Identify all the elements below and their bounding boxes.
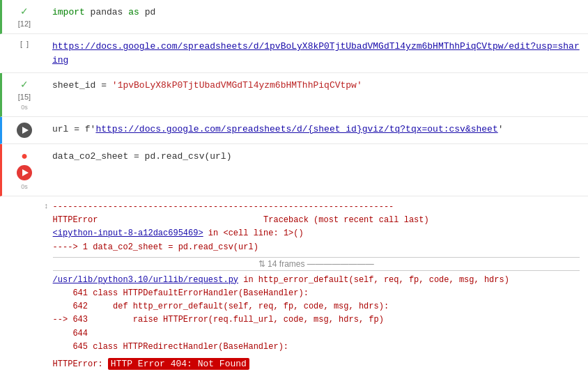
cell-15-label: [15] bbox=[18, 93, 31, 101]
cell-read-csv-gutter: ● 0s bbox=[2, 144, 44, 196]
cell-url-label: [ ] bbox=[20, 40, 29, 48]
file-traceback: /usr/lib/python3.10/urllib/request.py in… bbox=[53, 274, 580, 354]
run-triangle-icon bbox=[22, 127, 29, 134]
output-expand-row: ↕ --------------------------------------… bbox=[44, 201, 580, 374]
error-content: ----------------------------------------… bbox=[53, 201, 580, 374]
cell-read-csv-time: 0s bbox=[21, 183, 28, 190]
cell-15-time: 0s bbox=[21, 104, 28, 111]
dash-line: ----------------------------------------… bbox=[53, 202, 394, 212]
cell-url-gutter: [ ] bbox=[2, 34, 44, 54]
cell-12-content: import pandas as pd bbox=[44, 0, 588, 25]
line-644: 644 bbox=[53, 329, 93, 338]
line-645: 645 class HTTPRedirectHandler(BaseHandle… bbox=[53, 342, 288, 352]
check-icon: ✓ bbox=[20, 6, 29, 17]
cell-furl-code: url = f'https://docs.google.com/spreadsh… bbox=[52, 123, 580, 137]
line-642: 642 def http_error_default(self, req, fp… bbox=[53, 302, 389, 311]
run-triangle-icon-2 bbox=[22, 169, 29, 176]
cell-url-code: https://docs.google.com/spreadsheets/d/1… bbox=[52, 40, 580, 67]
error-dashes: ----------------------------------------… bbox=[53, 201, 580, 254]
cell-line-info: in <cell line: 1>() bbox=[203, 228, 304, 238]
error-output: ↕ --------------------------------------… bbox=[0, 196, 588, 374]
cell-furl-gutter bbox=[2, 117, 44, 143]
run-button-furl[interactable] bbox=[17, 123, 32, 138]
line-643: --> 643 raise HTTPError(req.full_url, co… bbox=[53, 315, 384, 325]
file-path-link[interactable]: /usr/lib/python3.10/urllib/request.py bbox=[53, 275, 238, 285]
check-icon-15: ✓ bbox=[20, 79, 29, 90]
cell-url: [ ] https://docs.google.com/spreadsheets… bbox=[0, 34, 588, 73]
cell-12-gutter: ✓ [12] bbox=[2, 0, 44, 33]
furl-link[interactable]: https://docs.google.com/spreadsheets/d/{… bbox=[95, 124, 497, 134]
keyword: as bbox=[128, 7, 139, 17]
final-error-row: HTTPError: HTTP Error 404: Not Found bbox=[53, 358, 580, 371]
frames-label: ⇅ 14 frames ———————— bbox=[53, 257, 580, 271]
keyword: import bbox=[52, 7, 85, 17]
file-context: in http_error_default(self, req, fp, cod… bbox=[238, 275, 509, 285]
cell-url-content: https://docs.google.com/spreadsheets/d/1… bbox=[44, 34, 588, 72]
notebook: ✓ [12] import pandas as pd [ ] https://d… bbox=[0, 0, 588, 374]
cell-furl-content: url = f'https://docs.google.com/spreadsh… bbox=[44, 117, 588, 142]
traceback-label: Traceback (most recent call last) bbox=[263, 215, 429, 225]
httperror-label: HTTPError: bbox=[53, 359, 108, 369]
cell-12-code: import pandas as pd bbox=[52, 6, 580, 20]
error-type-label: HTTPError bbox=[53, 215, 98, 225]
spreadsheet-url-link[interactable]: https://docs.google.com/spreadsheets/d/1… bbox=[52, 41, 580, 65]
cell-read-csv-code: data_co2_sheet = pd.read_csv(url) bbox=[52, 150, 580, 164]
expand-icon[interactable]: ↕ bbox=[44, 202, 49, 210]
ipython-input-link[interactable]: <ipython-input-8-a12dac695469> bbox=[53, 228, 203, 238]
cell-15-gutter: ✓ [15] 0s bbox=[2, 73, 44, 116]
cell-15-code: sheet_id = '1pvBoLyX8kP0TjtUbadVMGdTl4yz… bbox=[52, 79, 580, 93]
cell-12: ✓ [12] import pandas as pd bbox=[0, 0, 588, 34]
cell-12-label: [12] bbox=[18, 20, 31, 28]
cell-15-content: sheet_id = '1pvBoLyX8kP0TjtUbadVMGdTl4yz… bbox=[44, 73, 588, 98]
line-641: 641 class HTTPDefaultErrorHandler(BaseHa… bbox=[53, 288, 309, 298]
arrow-line: ----> 1 data_co2_sheet = pd.read_csv(url… bbox=[53, 242, 258, 252]
cell-15: ✓ [15] 0s sheet_id = '1pvBoLyX8kP0TjtUba… bbox=[0, 73, 588, 117]
cell-read-csv: ● 0s data_co2_sheet = pd.read_csv(url) bbox=[0, 144, 588, 196]
error-message-highlight: HTTP Error 404: Not Found bbox=[108, 358, 249, 370]
cell-read-csv-content: data_co2_sheet = pd.read_csv(url) bbox=[44, 144, 588, 169]
cell-furl: url = f'https://docs.google.com/spreadsh… bbox=[0, 117, 588, 144]
error-dot-icon: ● bbox=[21, 150, 28, 162]
string-value: '1pvBoLyX8kP0TjtUbadVMGdTl4yzm6bHMThhPiq… bbox=[112, 80, 362, 91]
run-button-read-csv[interactable] bbox=[17, 165, 32, 180]
